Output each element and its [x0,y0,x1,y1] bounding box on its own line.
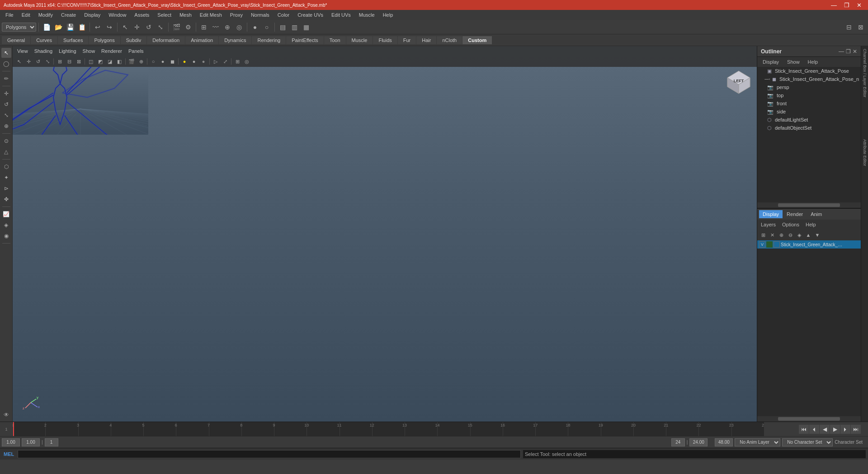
create-layer[interactable]: ⬡ [1,162,11,172]
display-button[interactable]: ● [250,22,260,33]
layer-hscroll-thumb[interactable] [778,417,840,421]
tab-hair[interactable]: Hair [416,36,436,44]
outliner-hscroll-thumb[interactable] [778,203,840,207]
outliner-item-6[interactable]: ⬡defaultLightSet [757,116,861,124]
close-button[interactable]: ✕ [854,2,864,9]
polygon-mode-dropdown[interactable]: Polygons [2,23,36,32]
outliner-tab-show[interactable]: Show [783,58,803,66]
cb-tab-display[interactable]: Display [759,210,783,218]
universal-tool[interactable]: ⊕ [1,121,11,131]
select-tool-button[interactable]: ↖ [120,22,131,33]
menu-modify[interactable]: Modify [35,11,57,19]
cb-tab-anim[interactable]: Anim [807,210,826,218]
outliner-item-1[interactable]: —◦◼Stick_Insect_Green_Attack_Pose_n [757,75,861,83]
outliner-content[interactable]: ▣Stick_Insect_Green_Attack_Pose—◦◼Stick_… [757,67,861,202]
no-anim-layer-dropdown[interactable]: No Anim Layer [735,438,780,446]
lasso-tool[interactable]: ◯ [1,59,11,69]
vp-light-2[interactable]: ● [189,57,198,66]
vp-rotate-icon[interactable]: ↺ [33,57,42,66]
create-joint[interactable]: ✦ [1,173,11,183]
move-tool-left[interactable]: ✛ [1,89,11,99]
step-back-btn[interactable]: ⏴ [809,425,819,434]
vp-display-1[interactable]: ⊞ [55,57,64,66]
minimize-button[interactable]: — [828,2,840,9]
outliner-item-5[interactable]: 📷side [757,108,861,116]
save-button[interactable]: 💾 [65,22,75,33]
save-as-button[interactable]: 📋 [76,22,87,33]
tab-custom[interactable]: Custom [462,36,492,44]
outliner-item-4[interactable]: 📷front [757,99,861,108]
vp-solid-icon[interactable]: ● [158,57,167,66]
anim-end-field-2[interactable] [715,438,733,446]
outliner-minimize[interactable]: — [839,48,844,55]
menu-edit-mesh[interactable]: Edit Mesh [196,11,226,19]
select-objs-btn[interactable]: ◈ [795,231,803,239]
layer-layers[interactable]: Layers [759,222,778,227]
layer-vis-toggle[interactable]: V [759,241,765,248]
tab-deformation[interactable]: Deformation [147,36,185,44]
select-tool[interactable]: ↖ [1,48,11,58]
new-layer-btn[interactable]: ⊞ [759,231,767,239]
menu-color[interactable]: Color [274,11,293,19]
menu-create[interactable]: Create [57,11,80,19]
layer-type-toggle[interactable] [774,241,780,248]
layer-content[interactable]: V Stick_Insect_Green_Attack_Pose_lay [757,240,861,416]
channel-box-toggle[interactable]: ▥ [289,22,300,33]
outliner-close[interactable]: ✕ [853,48,857,55]
attr-editor-tab-vert[interactable]: Attribute Editor [861,136,868,169]
layout-button[interactable]: ⊟ [844,22,854,33]
snap-curve-button[interactable]: 〰 [210,22,221,33]
layer-hscroll[interactable] [757,416,861,422]
tab-fluids[interactable]: Fluids [373,36,397,44]
go-to-end-btn[interactable]: ⏭ [851,425,861,434]
vp-select-icon[interactable]: ↖ [14,57,24,66]
graph-editor[interactable]: 📈 [1,209,11,219]
sculpt-tool[interactable]: △ [1,147,11,157]
tab-surfaces[interactable]: Surfaces [58,36,88,44]
viewport-menu-view[interactable]: View [14,47,31,55]
viewport[interactable]: View Shading Lighting Show Renderer Pane… [13,46,757,422]
mel-input[interactable] [18,450,521,458]
outliner-restore[interactable]: ❐ [846,48,851,55]
remove-select-btn[interactable]: ⊖ [786,231,794,239]
shape-editor[interactable]: ◈ [1,220,11,230]
expand-button[interactable]: ⊠ [855,22,866,33]
menu-proxy[interactable]: Proxy [226,11,246,19]
outliner-hscroll[interactable] [757,202,861,208]
attr-editor-toggle[interactable]: ▦ [301,22,311,33]
new-scene-button[interactable]: 📄 [41,22,52,33]
viewport-menu-lighting[interactable]: Lighting [56,47,79,55]
step-fwd-btn[interactable]: ⏵ [840,425,850,434]
vp-tool-2[interactable]: ⤢ [221,57,230,66]
vp-cam-3[interactable]: ◪ [105,57,114,66]
vp-wire-icon[interactable]: ○ [149,57,158,66]
redo-button[interactable]: ↪ [104,22,115,33]
anim-end-field[interactable] [689,438,708,446]
layer-item[interactable]: V Stick_Insect_Green_Attack_Pose_lay [757,240,861,249]
vp-light-3[interactable]: ● [199,57,208,66]
vp-snap-icon[interactable]: ⊕ [137,57,146,66]
tab-muscle[interactable]: Muscle [346,36,373,44]
timeline-playhead[interactable] [13,422,14,436]
vp-texture-icon[interactable]: ◼ [168,57,177,66]
timeline-wrapper[interactable]: 123456789101112131415161718192021222324 [13,422,764,436]
range-start-field[interactable] [45,438,58,446]
menu-edit-uvs[interactable]: Edit UVs [328,11,354,19]
add-select-btn[interactable]: ⊕ [777,231,785,239]
move-up-btn[interactable]: ▲ [804,231,812,239]
layer-options-menu[interactable]: Options [780,222,801,227]
restore-button[interactable]: ❐ [841,2,852,9]
menu-help[interactable]: Help [379,11,397,19]
channel-box-tab-vert[interactable]: Channel Box / Layer Editor [861,46,868,100]
delete-layer-btn[interactable]: ✕ [768,231,776,239]
cb-tab-render[interactable]: Render [783,210,807,218]
current-frame-input[interactable] [22,438,40,446]
vp-cam-2[interactable]: ◩ [96,57,105,66]
vp-scale-icon[interactable]: ⤡ [43,57,52,66]
menu-create-uvs[interactable]: Create UVs [294,11,327,19]
tab-rendering[interactable]: Rendering [252,36,286,44]
outliner-tab-help[interactable]: Help [804,58,822,66]
tab-fur[interactable]: Fur [398,36,416,44]
viewport-menu-panels[interactable]: Panels [126,47,146,55]
tab-subdiv[interactable]: Subdiv [121,36,147,44]
